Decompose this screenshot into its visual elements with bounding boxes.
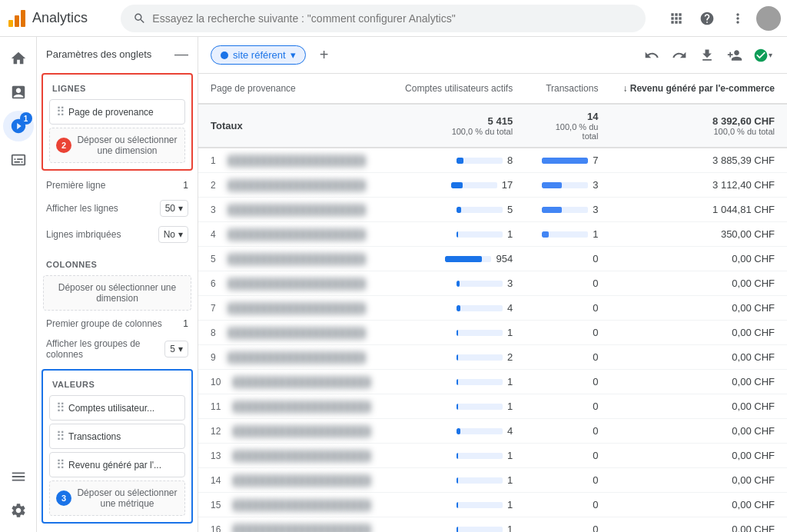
row-transactions-cell: 0 bbox=[525, 468, 610, 493]
row-page-cell: 7█████████████████████ bbox=[198, 296, 393, 321]
add-tab-icon: + bbox=[320, 46, 329, 64]
apps-icon-btn[interactable] bbox=[664, 6, 689, 31]
row-transactions-cell: 0 bbox=[525, 370, 610, 394]
main-layout: 1 Paramètres des onglets — LIGNES ⠿ Page… bbox=[0, 37, 787, 532]
row-page-cell: 9█████████████████████ bbox=[198, 345, 393, 370]
table-row: 15█████████████████████ 1 0 0,00 CHF bbox=[198, 493, 787, 517]
chevron-down-icon3: ▾ bbox=[178, 344, 183, 354]
row-transactions-cell: 0 bbox=[525, 296, 610, 321]
row-revenue-cell: 0,00 CHF bbox=[610, 247, 787, 271]
download-btn[interactable] bbox=[695, 43, 719, 68]
show-rows-select[interactable]: 50 ▾ bbox=[160, 200, 188, 217]
drag-handle-icon: ⠿ bbox=[56, 105, 65, 119]
search-bar[interactable] bbox=[121, 5, 646, 32]
valeurs-drop-content: 3 Déposer ou sélectionner une métrique bbox=[56, 487, 178, 509]
app-title: Analytics bbox=[32, 10, 88, 26]
row-transactions-cell: 0 bbox=[525, 247, 610, 271]
row-revenue-cell: 0,00 CHF bbox=[610, 493, 787, 517]
show-groups-row: Afficher les groupes de colonnes 5 ▾ bbox=[37, 334, 198, 364]
topbar-icons bbox=[664, 6, 781, 31]
nav-reports-btn[interactable] bbox=[3, 77, 34, 108]
share-btn[interactable] bbox=[722, 43, 747, 68]
show-groups-label: Afficher les groupes de colonnes bbox=[46, 338, 158, 360]
valeurs-drop-zone[interactable]: 3 Déposer ou sélectionner une métrique bbox=[49, 480, 185, 516]
table-row: 5█████████████████████ 954 0 0,00 CHF bbox=[198, 247, 787, 271]
tab-label: site référent bbox=[233, 49, 286, 61]
tab-dropdown-icon[interactable]: ▾ bbox=[291, 49, 296, 61]
totals-users: 5 415 100,0 % du total bbox=[393, 104, 525, 148]
row-revenue-cell: 3 885,39 CHF bbox=[610, 148, 787, 173]
add-tab-btn[interactable]: + bbox=[312, 43, 337, 68]
help-icon-btn[interactable] bbox=[695, 6, 719, 31]
table-row: 3█████████████████████ 5 3 1 044,81 CHF bbox=[198, 198, 787, 222]
nav-admin-btn[interactable] bbox=[3, 495, 34, 526]
row-transactions-cell: 0 bbox=[525, 345, 610, 370]
table-row: 11█████████████████████ 1 0 0,00 CHF bbox=[198, 394, 787, 419]
table-row: 12█████████████████████ 4 0 0,00 CHF bbox=[198, 419, 787, 444]
page-de-provenance-chip[interactable]: ⠿ Page de provenance bbox=[49, 99, 185, 125]
metric2-label: Transactions bbox=[68, 431, 178, 442]
row-users-cell: 3 bbox=[393, 271, 525, 296]
first-group-row: Premier groupe de colonnes 1 bbox=[37, 314, 198, 334]
table-row: 10█████████████████████ 1 0 0,00 CHF bbox=[198, 370, 787, 394]
valeurs-label: VALEURS bbox=[43, 374, 191, 392]
row-page-cell: 6█████████████████████ bbox=[198, 271, 393, 296]
metric2-chip[interactable]: ⠿ Transactions bbox=[49, 424, 185, 449]
topbar: Analytics bbox=[0, 0, 787, 37]
row-users-cell: 4 bbox=[393, 419, 525, 444]
undo-btn[interactable] bbox=[639, 43, 664, 68]
row-users-cell: 1 bbox=[393, 493, 525, 517]
row-page-cell: 10█████████████████████ bbox=[198, 370, 393, 394]
drag-handle-icon2: ⠿ bbox=[56, 401, 65, 415]
metric3-chip[interactable]: ⠿ Revenu généré par l'... bbox=[49, 452, 185, 477]
row-users-cell: 1 bbox=[393, 444, 525, 468]
row-revenue-cell: 0,00 CHF bbox=[610, 370, 787, 394]
row-users-cell: 1 bbox=[393, 468, 525, 493]
icon-rail: 1 bbox=[0, 37, 37, 532]
row-users-cell: 1 bbox=[393, 394, 525, 419]
row-revenue-cell: 3 112,40 CHF bbox=[610, 173, 787, 198]
col-revenue-header: ↓ Revenu généré par l'e-commerce bbox=[610, 74, 787, 104]
site-referent-tab[interactable]: site référent ▾ bbox=[211, 45, 306, 65]
metric1-chip[interactable]: ⠿ Comptes utilisateur... bbox=[49, 395, 185, 421]
user-avatar[interactable] bbox=[756, 6, 781, 31]
lignes-drop-zone[interactable]: 2 Déposer ou sélectionner une dimension bbox=[49, 128, 185, 163]
row-page-cell: 14█████████████████████ bbox=[198, 468, 393, 493]
row-page-cell: 2█████████████████████ bbox=[198, 173, 393, 198]
first-row-row: Première ligne 1 bbox=[37, 175, 198, 195]
row-users-cell: 1 bbox=[393, 222, 525, 247]
more-icon-btn[interactable] bbox=[726, 6, 750, 31]
row-revenue-cell: 0,00 CHF bbox=[610, 419, 787, 444]
nested-rows-select[interactable]: No ▾ bbox=[158, 226, 188, 243]
nav-configure-btn[interactable] bbox=[3, 461, 34, 492]
settings-close-btn[interactable]: — bbox=[174, 46, 188, 62]
row-page-cell: 15█████████████████████ bbox=[198, 493, 393, 517]
row-page-cell: 5█████████████████████ bbox=[198, 247, 393, 271]
lignes-section: LIGNES ⠿ Page de provenance 2 Déposer ou… bbox=[42, 73, 193, 171]
row-revenue-cell: 0,00 CHF bbox=[610, 296, 787, 321]
nav-home-btn[interactable] bbox=[3, 43, 34, 74]
table-row: 7█████████████████████ 4 0 0,00 CHF bbox=[198, 296, 787, 321]
row-page-cell: 4█████████████████████ bbox=[198, 222, 393, 247]
row-page-cell: 8█████████████████████ bbox=[198, 321, 393, 345]
redo-btn[interactable] bbox=[667, 43, 692, 68]
search-input[interactable] bbox=[152, 12, 633, 25]
logo-area: Analytics bbox=[6, 8, 102, 29]
nested-rows-row: Lignes imbriquées No ▾ bbox=[37, 221, 198, 248]
tab-actions: ▾ bbox=[639, 43, 775, 68]
nav-explore-btn[interactable]: 1 bbox=[3, 111, 34, 141]
row-users-cell: 1 bbox=[393, 517, 525, 533]
col-users-header: Comptes utilisateurs actifs bbox=[393, 74, 525, 104]
show-groups-select[interactable]: 5 ▾ bbox=[164, 341, 188, 357]
row-revenue-cell: 0,00 CHF bbox=[610, 517, 787, 533]
row-transactions-cell: 0 bbox=[525, 493, 610, 517]
settings-status-btn[interactable]: ▾ bbox=[750, 43, 775, 68]
first-row-value: 1 bbox=[183, 180, 188, 191]
nav-advertising-btn[interactable] bbox=[3, 145, 34, 175]
row-transactions-cell: 0 bbox=[525, 419, 610, 444]
row-transactions-cell: 1 bbox=[525, 222, 610, 247]
colonnes-drop-zone[interactable]: Déposer ou sélectionner une dimension bbox=[43, 275, 191, 311]
table-row: 6█████████████████████ 3 0 0,00 CHF bbox=[198, 271, 787, 296]
row-revenue-cell: 0,00 CHF bbox=[610, 321, 787, 345]
data-table-container[interactable]: Page de provenance Comptes utilisateurs … bbox=[198, 74, 787, 532]
